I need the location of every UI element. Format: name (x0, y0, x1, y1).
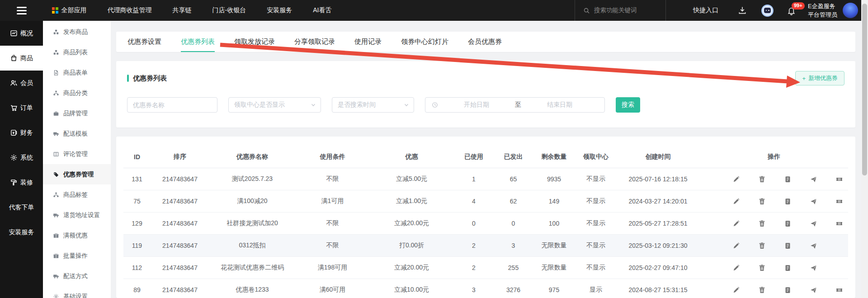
tab[interactable]: 优惠券设置 (127, 32, 161, 52)
tab[interactable]: 优惠券列表 (181, 32, 215, 52)
nav-item-all-apps[interactable]: 全部应用 (52, 6, 87, 14)
tab[interactable]: 使用记录 (354, 32, 382, 52)
add-coupon-button[interactable]: + 新增优惠券 (795, 71, 844, 85)
submenu-item[interactable]: 满额优惠 (43, 225, 111, 246)
gear-icon (53, 293, 59, 298)
users-icon (10, 79, 18, 87)
edit-icon[interactable] (732, 242, 740, 250)
cell-sort: 2147483647 (151, 264, 209, 271)
send-icon[interactable] (810, 264, 817, 272)
chart-icon (10, 29, 18, 37)
delete-icon[interactable] (758, 242, 766, 250)
send-icon[interactable] (810, 242, 817, 250)
sidebar-item[interactable]: 系统 (0, 145, 43, 170)
nav-item[interactable]: AI看舌 (313, 6, 331, 14)
detail-icon[interactable] (784, 242, 792, 250)
download-icon[interactable] (738, 6, 747, 15)
coupon-name-input[interactable] (127, 97, 217, 113)
ticket-icon[interactable] (835, 175, 843, 183)
cell-id: 131 (123, 175, 151, 183)
send-icon[interactable] (810, 286, 817, 294)
submenu-item[interactable]: 商品表单 (43, 62, 111, 83)
hamburger-menu-icon[interactable] (0, 7, 43, 14)
tab[interactable]: 领取发放记录 (234, 32, 275, 52)
title-accent-bar (127, 75, 129, 82)
submenu-item[interactable]: 品牌管理 (43, 103, 111, 123)
user-service-name: E企盈服务 (808, 2, 837, 11)
sidebar-item[interactable]: 财务 (0, 120, 43, 145)
submenu-item-label: 商品表单 (63, 69, 88, 77)
submenu-item[interactable]: 商品标签 (43, 184, 111, 205)
nav-item[interactable]: 门店-收银台 (212, 6, 246, 14)
delete-icon[interactable] (758, 175, 766, 183)
row-actions (700, 198, 848, 205)
ticket-icon[interactable] (835, 286, 843, 294)
search-button[interactable]: 搜索 (616, 97, 640, 113)
submenu-item[interactable]: 退货地址设置 (43, 205, 111, 225)
submenu-item[interactable]: 批量操作 (43, 246, 111, 266)
submenu-item[interactable]: 发布商品 (43, 22, 111, 42)
end-date-placeholder: 结束日期 (521, 101, 598, 109)
delete-icon[interactable] (758, 286, 766, 294)
user-info[interactable]: E企盈服务 平台管理员 (808, 2, 837, 19)
delete-icon[interactable] (758, 198, 766, 205)
send-icon[interactable] (810, 220, 817, 227)
ticket-icon[interactable] (835, 198, 843, 205)
cell-created-time: 2024-08-27 15:31:15 (616, 286, 700, 293)
sidebar-item[interactable]: 装修 (0, 170, 43, 195)
send-icon[interactable] (810, 198, 817, 205)
date-range-to-label: 至 (515, 101, 521, 109)
tab[interactable]: 分享领取记录 (294, 32, 335, 52)
submenu-item[interactable]: 基础设置 (43, 286, 111, 298)
sidebar-item[interactable]: 代客下单 (0, 195, 43, 220)
edit-icon[interactable] (732, 175, 740, 183)
cell-sort: 2147483647 (151, 242, 209, 249)
topbar-search-input[interactable]: 搜索功能关键词 (575, 0, 665, 21)
detail-icon[interactable] (784, 220, 792, 227)
gift-icon (53, 253, 59, 259)
submenu-item[interactable]: 配送模板 (43, 123, 111, 144)
sidebar-item[interactable]: 会员 (0, 71, 43, 95)
edit-icon[interactable] (732, 264, 740, 272)
center-display-select[interactable]: 领取中心是否显示 (228, 97, 321, 113)
submenu-item[interactable]: 评论管理 (43, 144, 111, 164)
nav-item[interactable]: 共享链 (173, 6, 192, 14)
edit-icon[interactable] (732, 220, 740, 227)
ticket-icon[interactable] (835, 220, 843, 227)
time-search-select[interactable]: 是否搜索时间 (332, 97, 414, 113)
edit-icon[interactable] (732, 286, 740, 294)
notifications-button[interactable]: 99+ (787, 6, 796, 15)
detail-icon[interactable] (784, 175, 792, 183)
detail-icon[interactable] (784, 198, 792, 205)
detail-icon[interactable] (784, 286, 792, 294)
delete-icon[interactable] (758, 264, 766, 272)
submenu-item[interactable]: 商品列表 (43, 42, 111, 62)
nav-label: 门店-收银台 (212, 6, 246, 14)
submenu-item[interactable]: 优惠券管理 (43, 164, 111, 184)
tab[interactable]: 领券中心幻灯片 (401, 32, 448, 52)
sidebar-item[interactable]: 概况 (0, 21, 43, 46)
sidebar-item[interactable]: 订单 (0, 95, 43, 120)
cell-remaining: 975 (533, 286, 576, 293)
submenu-item[interactable]: 商品分类 (43, 83, 111, 103)
delete-icon[interactable] (758, 220, 766, 227)
date-range-picker[interactable]: 开始日期 至 结束日期 (425, 97, 605, 113)
submenu-item[interactable]: 配送方式 (43, 266, 111, 286)
nav-item[interactable]: 代理商收益管理 (108, 6, 152, 14)
send-icon[interactable] (810, 175, 817, 183)
cell-condition: 满60可用 (295, 286, 370, 294)
nav-item[interactable]: 安装服务 (267, 6, 292, 14)
cell-sort: 2147483647 (151, 198, 209, 205)
quick-entry-link[interactable]: 快捷入口 (666, 6, 730, 14)
edit-icon[interactable] (732, 198, 740, 205)
nav-label: 代理商收益管理 (108, 6, 152, 14)
cell-issued: 255 (494, 264, 533, 271)
ai-assistant-icon[interactable] (761, 5, 774, 17)
avatar[interactable] (843, 3, 858, 18)
col-header: 剩余数量 (533, 153, 576, 161)
sidebar-item[interactable]: 商品 (0, 46, 43, 71)
scrollbar-thumb[interactable] (862, 4, 867, 175)
detail-icon[interactable] (784, 264, 792, 272)
sidebar-item[interactable]: 安装服务 (0, 220, 43, 245)
tab[interactable]: 会员优惠券 (468, 32, 502, 52)
